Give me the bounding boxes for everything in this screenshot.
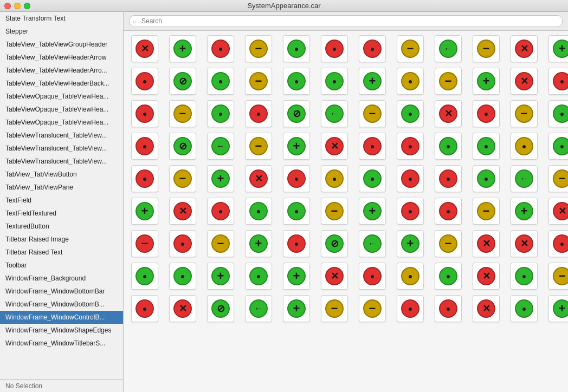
icon-cell-8-10[interactable]: ● [505, 293, 543, 324]
icon-cell-1-4[interactable]: ● [277, 66, 315, 96]
icon-cell-5-2[interactable]: ● [202, 196, 240, 226]
icon-cell-8-3[interactable]: ← [240, 293, 277, 324]
icon-cell-5-0[interactable]: + [126, 196, 164, 226]
icon-cell-4-3[interactable]: ✕ [240, 164, 277, 194]
sidebar-item-1[interactable]: Stepper [0, 25, 123, 38]
sidebar-item-21[interactable]: WindowFrame_WindowBottomBar [0, 285, 123, 298]
icon-cell-3-8[interactable]: ● [429, 131, 467, 161]
icon-cell-1-1[interactable]: ⊘ [164, 66, 202, 96]
icon-cell-8-7[interactable]: ● [391, 293, 429, 324]
icon-cell-8-0[interactable]: ● [126, 293, 164, 324]
sidebar-item-18[interactable]: Titlebar Raised Text [0, 246, 123, 259]
icon-cell-2-3[interactable]: ● [240, 99, 277, 129]
icon-cell-2-1[interactable]: − [164, 99, 202, 129]
icon-cell-1-2[interactable]: ● [202, 66, 240, 96]
icon-cell-2-4[interactable]: ⊘ [277, 99, 315, 129]
icon-cell-4-6[interactable]: ● [353, 164, 391, 194]
sidebar-item-3[interactable]: TableView_TableViewHeaderArrow [0, 51, 123, 64]
icon-cell-8-4[interactable]: + [277, 293, 315, 324]
icon-cell-3-5[interactable]: ✕ [315, 131, 353, 161]
icon-cell-4-0[interactable]: ● [126, 164, 164, 194]
icon-cell-6-5[interactable]: ⊘ [315, 228, 353, 259]
icon-cell-4-2[interactable]: + [202, 164, 240, 194]
icon-cell-1-6[interactable]: + [353, 66, 391, 96]
icon-cell-5-4[interactable]: ● [277, 196, 315, 226]
icon-cell-7-10[interactable]: ● [505, 261, 543, 291]
icon-cell-3-11[interactable]: ● [543, 131, 568, 161]
icon-cell-6-6[interactable]: ← [353, 228, 391, 259]
icon-cell-0-11[interactable]: + [543, 34, 568, 64]
sidebar-item-13[interactable]: TabView_TabViewPane [0, 181, 123, 194]
icon-cell-2-0[interactable]: ● [126, 99, 164, 129]
icon-cell-5-6[interactable]: + [353, 196, 391, 226]
sidebar-item-25[interactable]: WindowFrame_WindowTitlebarS... [0, 337, 123, 350]
icon-cell-0-10[interactable]: ✕ [505, 34, 543, 64]
icon-cell-6-11[interactable]: ● [543, 228, 568, 259]
icon-cell-7-5[interactable]: ✕ [315, 261, 353, 291]
icon-cell-0-2[interactable]: ● [202, 34, 240, 64]
icon-cell-0-5[interactable]: ● [315, 34, 353, 64]
icon-cell-1-8[interactable]: − [429, 66, 467, 96]
icon-cell-6-4[interactable]: ● [277, 228, 315, 259]
icon-cell-4-10[interactable]: ← [505, 164, 543, 194]
icon-cell-4-8[interactable]: ● [429, 164, 467, 194]
icon-cell-7-2[interactable]: + [202, 261, 240, 291]
sidebar-item-24[interactable]: WindowFrame_WindowShapeEdges [0, 324, 123, 337]
icon-cell-7-1[interactable]: ● [164, 261, 202, 291]
sidebar-item-22[interactable]: WindowFrame_WindowBottomB... [0, 298, 123, 311]
icon-cell-7-11[interactable]: − [543, 261, 568, 291]
icon-cell-5-11[interactable]: ✕ [543, 196, 568, 226]
sidebar-item-9[interactable]: TableViewTranslucent_TableView... [0, 129, 123, 142]
icon-cell-5-8[interactable]: ● [429, 196, 467, 226]
icon-cell-1-7[interactable]: ● [391, 66, 429, 96]
sidebar-item-10[interactable]: TableViewTranslucent_TableView... [0, 142, 123, 155]
icon-cell-4-9[interactable]: ● [467, 164, 505, 194]
icon-cell-7-8[interactable]: ● [429, 261, 467, 291]
icon-cell-1-0[interactable]: ● [126, 66, 164, 96]
icon-cell-5-9[interactable]: − [467, 196, 505, 226]
icon-cell-2-9[interactable]: ● [467, 99, 505, 129]
minimize-button[interactable] [14, 3, 21, 9]
icon-cell-4-11[interactable]: − [543, 164, 568, 194]
icon-cell-7-7[interactable]: ● [391, 261, 429, 291]
icon-cell-5-1[interactable]: ✕ [164, 196, 202, 226]
icon-cell-8-1[interactable]: ✕ [164, 293, 202, 324]
icon-cell-7-4[interactable]: + [277, 261, 315, 291]
sidebar-item-15[interactable]: TextFieldTextured [0, 207, 123, 220]
icon-cell-2-2[interactable]: ● [202, 99, 240, 129]
sidebar-item-7[interactable]: TableViewOpaque_TableViewHea... [0, 103, 123, 116]
icon-cell-0-8[interactable]: ← [429, 34, 467, 64]
icon-cell-8-2[interactable]: ⊘ [202, 293, 240, 324]
icon-cell-8-8[interactable]: ● [429, 293, 467, 324]
sidebar-item-17[interactable]: Titlebar Raised Image [0, 233, 123, 246]
icon-cell-3-1[interactable]: ⊘ [164, 131, 202, 161]
icon-cell-7-0[interactable]: ● [126, 261, 164, 291]
sidebar-item-4[interactable]: TableView_TableViewHeaderArro... [0, 64, 123, 77]
sidebar-item-16[interactable]: TexturedButton [0, 220, 123, 233]
icon-cell-8-11[interactable]: + [543, 293, 568, 324]
icon-cell-3-3[interactable]: − [240, 131, 277, 161]
icon-cell-7-9[interactable]: ✕ [467, 261, 505, 291]
sidebar-item-0[interactable]: State Transform Text [0, 12, 123, 25]
icon-cell-8-5[interactable]: − [315, 293, 353, 324]
icon-cell-4-7[interactable]: ● [391, 164, 429, 194]
search-input[interactable] [129, 15, 563, 27]
icon-cell-4-4[interactable]: ● [277, 164, 315, 194]
icon-cell-8-6[interactable]: − [353, 293, 391, 324]
icon-cell-5-5[interactable]: − [315, 196, 353, 226]
icon-cell-6-10[interactable]: ✕ [505, 228, 543, 259]
icon-cell-6-8[interactable]: − [429, 228, 467, 259]
icon-cell-5-7[interactable]: ● [391, 196, 429, 226]
icon-cell-0-3[interactable]: − [240, 34, 277, 64]
icon-cell-3-7[interactable]: ● [391, 131, 429, 161]
sidebar-item-12[interactable]: TabView_TabViewButton [0, 168, 123, 181]
icon-cell-3-0[interactable]: ● [126, 131, 164, 161]
icon-cell-7-3[interactable]: ● [240, 261, 277, 291]
icon-cell-6-2[interactable]: − [202, 228, 240, 259]
sidebar-list[interactable]: State Transform TextStepperTableView_Tab… [0, 12, 123, 379]
sidebar-item-11[interactable]: TableViewTranslucent_TableView... [0, 155, 123, 168]
sidebar-item-19[interactable]: Toolbar [0, 259, 123, 272]
icon-cell-3-9[interactable]: ● [467, 131, 505, 161]
icon-cell-6-7[interactable]: + [391, 228, 429, 259]
icon-cell-4-5[interactable]: ● [315, 164, 353, 194]
